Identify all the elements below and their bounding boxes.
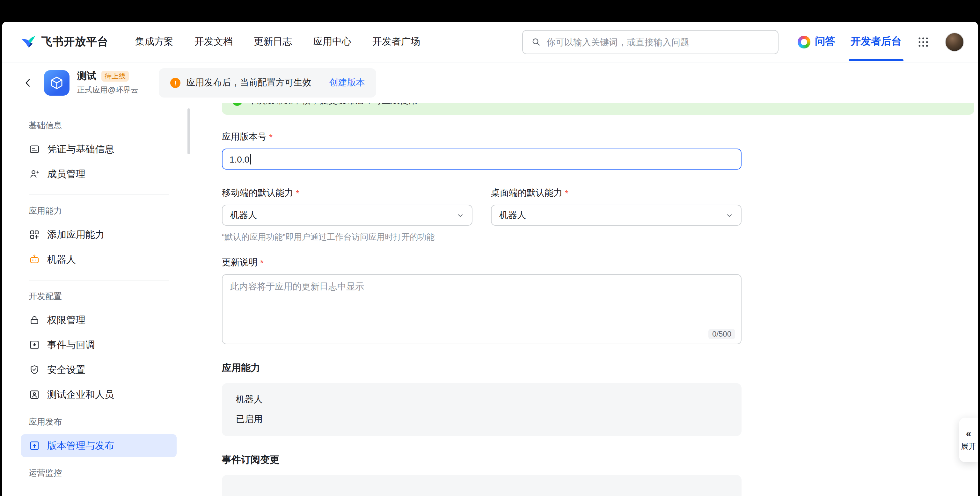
test-org-icon bbox=[29, 389, 40, 401]
create-version-link[interactable]: 创建版本 bbox=[329, 77, 365, 89]
sidebar: 基础信息 凭证与基础信息 成员管理 bbox=[2, 103, 193, 496]
mobile-capability-label: 移动端的默认能力* bbox=[222, 188, 473, 199]
sidebar-item-events[interactable]: 事件与回调 bbox=[21, 334, 177, 356]
mobile-capability-select[interactable]: 机器人 bbox=[222, 205, 473, 226]
publish-alert-banner: ! 应用发布后，当前配置方可生效 创建版本 bbox=[159, 68, 376, 97]
top-header: 飞书开放平台 集成方案 开发文档 更新日志 应用中心 开发者广场 bbox=[2, 22, 978, 62]
collapse-double-chevron-icon: « bbox=[966, 428, 971, 438]
required-mark: * bbox=[269, 132, 272, 142]
desktop-capability-field: 桌面端的默认能力* 机器人 bbox=[491, 170, 741, 226]
text-caret bbox=[250, 154, 251, 164]
required-mark: * bbox=[565, 188, 568, 198]
app-bar: 测试 待上线 正式应用@环界云 ! 应用发布后，当前配置方可生效 创建版本 bbox=[2, 62, 978, 103]
capability-status: 已启用 bbox=[236, 414, 727, 425]
event-subscription-title: 事件订阅变更 bbox=[222, 454, 978, 466]
security-icon bbox=[29, 364, 40, 375]
chevron-down-icon bbox=[725, 211, 733, 219]
sidebar-item-members[interactable]: 成员管理 bbox=[21, 162, 177, 186]
alert-text: 应用发布后，当前配置方可生效 bbox=[186, 77, 311, 89]
release-icon bbox=[29, 440, 40, 451]
members-icon bbox=[29, 168, 40, 180]
success-banner-text: 本次发布免审核，提交发布后即可上线使用 bbox=[248, 103, 418, 107]
warning-icon: ! bbox=[170, 78, 180, 88]
sidebar-section-release: 应用发布 bbox=[29, 416, 169, 428]
nav-app-center[interactable]: 应用中心 bbox=[313, 36, 351, 48]
top-nav: 集成方案 开发文档 更新日志 应用中心 开发者广场 bbox=[135, 36, 420, 48]
search-icon bbox=[530, 37, 541, 47]
browser-page: 飞书开放平台 集成方案 开发文档 更新日志 应用中心 开发者广场 bbox=[2, 22, 978, 496]
sidebar-section-monitoring: 运营监控 bbox=[29, 467, 169, 479]
main-content: 本次发布免审核，提交发布后即可上线使用 应用版本号* 1.0.0 移动端的默认能… bbox=[193, 103, 978, 496]
required-mark: * bbox=[260, 258, 264, 268]
capability-row: 移动端的默认能力* 机器人 桌面端的默认能力* bbox=[222, 170, 978, 226]
sidebar-scrollbar[interactable] bbox=[188, 108, 190, 154]
sidebar-item-version-release[interactable]: 版本管理与发布 bbox=[21, 434, 177, 457]
expand-label: 展开 bbox=[961, 441, 976, 452]
sidebar-section-dev-config: 开发配置 bbox=[29, 291, 169, 302]
app-capability-title: 应用能力 bbox=[222, 362, 978, 374]
header-right-cluster: 问答 开发者后台 bbox=[798, 32, 964, 51]
tab-developer-console[interactable]: 开发者后台 bbox=[851, 35, 902, 48]
feishu-logo-icon bbox=[20, 33, 37, 50]
sidebar-section-capability: 应用能力 bbox=[29, 205, 169, 217]
update-notes-field: 0/500 bbox=[222, 274, 741, 344]
success-banner: 本次发布免审核，提交发布后即可上线使用 bbox=[222, 103, 974, 115]
success-check-icon bbox=[232, 103, 242, 106]
sidebar-item-bot[interactable]: 机器人 bbox=[21, 248, 177, 271]
qa-icon bbox=[798, 35, 810, 48]
robot-icon bbox=[29, 254, 40, 265]
chevron-down-icon bbox=[457, 211, 464, 219]
app-icon bbox=[44, 70, 70, 95]
update-notes-textarea[interactable] bbox=[223, 275, 741, 343]
version-label: 应用版本号* bbox=[222, 131, 978, 143]
version-input[interactable]: 1.0.0 bbox=[222, 149, 741, 170]
app-meta: 测试 待上线 正式应用@环界云 bbox=[77, 70, 138, 95]
required-mark: * bbox=[296, 188, 299, 198]
apps-grid-icon[interactable] bbox=[917, 35, 930, 48]
qa-button[interactable]: 问答 bbox=[798, 35, 835, 48]
nav-changelog[interactable]: 更新日志 bbox=[254, 36, 292, 48]
nav-integration[interactable]: 集成方案 bbox=[135, 36, 173, 48]
expand-panel-button[interactable]: « 展开 bbox=[959, 418, 978, 462]
app-subtitle: 正式应用@环界云 bbox=[77, 85, 138, 95]
nav-docs[interactable]: 开发文档 bbox=[194, 36, 233, 48]
id-card-icon bbox=[29, 143, 40, 155]
capability-name: 机器人 bbox=[236, 394, 727, 405]
events-icon bbox=[29, 339, 40, 351]
mobile-capability-field: 移动端的默认能力* 机器人 bbox=[222, 170, 473, 226]
back-button[interactable] bbox=[20, 75, 37, 91]
page-body: 基础信息 凭证与基础信息 成员管理 bbox=[2, 103, 978, 496]
sidebar-item-security[interactable]: 安全设置 bbox=[21, 358, 177, 381]
sidebar-divider bbox=[29, 194, 169, 195]
status-badge: 待上线 bbox=[101, 71, 129, 81]
char-counter: 0/500 bbox=[708, 329, 735, 339]
desktop-capability-label: 桌面端的默认能力* bbox=[491, 188, 741, 199]
global-search[interactable] bbox=[522, 30, 778, 54]
platform-title: 飞书开放平台 bbox=[41, 35, 108, 49]
sidebar-divider bbox=[29, 280, 169, 280]
sidebar-item-test-org[interactable]: 测试企业和人员 bbox=[21, 383, 177, 406]
feishu-logo[interactable]: 飞书开放平台 bbox=[20, 33, 108, 50]
desktop-capability-select[interactable]: 机器人 bbox=[491, 205, 741, 226]
user-avatar[interactable] bbox=[945, 32, 964, 51]
nav-dev-market[interactable]: 开发者广场 bbox=[372, 36, 420, 48]
sidebar-section-basic: 基础信息 bbox=[29, 120, 169, 131]
event-subscription-card bbox=[222, 475, 741, 496]
sidebar-item-add-capability[interactable]: 添加应用能力 bbox=[21, 223, 177, 246]
app-capability-card: 机器人 已启用 bbox=[222, 383, 741, 436]
add-capability-icon bbox=[29, 229, 40, 240]
search-input[interactable] bbox=[546, 37, 770, 47]
permissions-icon bbox=[29, 314, 40, 326]
sidebar-item-credentials[interactable]: 凭证与基础信息 bbox=[21, 138, 177, 161]
sidebar-item-permissions[interactable]: 权限管理 bbox=[21, 308, 177, 332]
app-name: 测试 bbox=[77, 70, 96, 82]
capability-hint: “默认的应用功能”即用户通过工作台访问应用时打开的功能 bbox=[222, 231, 978, 243]
screen: 飞书开放平台 集成方案 开发文档 更新日志 应用中心 开发者广场 bbox=[0, 0, 980, 496]
update-notes-label: 更新说明* bbox=[222, 257, 978, 269]
